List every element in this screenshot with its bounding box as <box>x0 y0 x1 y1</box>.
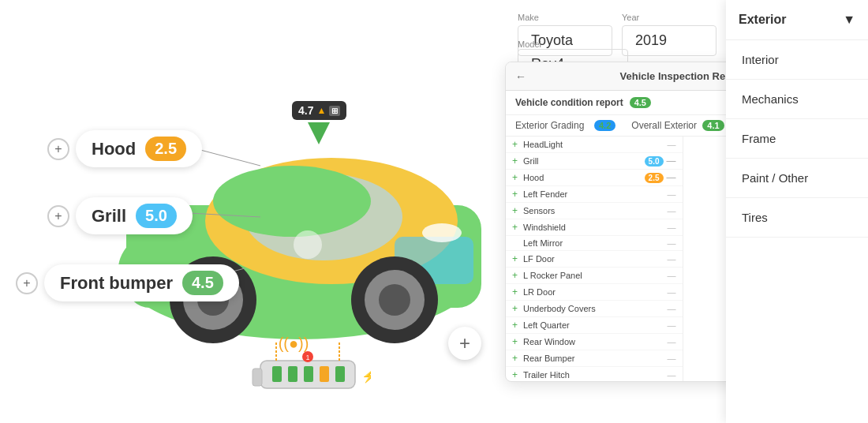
repair-icon: ⊞ <box>329 106 340 116</box>
svg-rect-22 <box>320 366 329 382</box>
warning-icon: ▲ <box>316 105 326 116</box>
left-parts-col: + HeadLight — + Grill 5.0 — + Hood 2.5 — <box>506 137 683 381</box>
bumper-score: 4.5 <box>182 271 223 295</box>
part-row: + Trailer Hitch — <box>506 367 683 381</box>
model-label: Model <box>518 39 628 49</box>
svg-point-16 <box>422 223 462 242</box>
grill-score: 5.0 <box>136 204 177 228</box>
part-row: + Rear Window — <box>506 334 683 350</box>
dropdown-panel: Exterior ▼ Interior Mechanics Frame Pain… <box>726 0 868 423</box>
grill-label-text: Grill 5.0 <box>76 197 193 234</box>
part-row: + Windshield — <box>506 219 683 236</box>
part-row: Left Mirror — <box>506 236 683 251</box>
svg-rect-20 <box>288 366 297 382</box>
hood-plus-btn[interactable]: + <box>47 138 69 160</box>
part-row: + LF Door — <box>506 251 683 268</box>
svg-point-7 <box>213 166 371 237</box>
part-row: + L Rocker Panel — <box>506 268 683 284</box>
overall-score: 4.1 <box>702 120 724 131</box>
grill-name: Grill <box>92 206 126 226</box>
year-field: Year 2019 <box>622 13 716 56</box>
svg-text:⚡: ⚡ <box>361 369 371 384</box>
chevron-down-icon[interactable]: ▼ <box>843 13 855 27</box>
part-row: + Underbody Covers — <box>506 301 683 317</box>
make-label: Make <box>518 13 612 22</box>
bumper-label-text: Front bumper 4.5 <box>44 264 239 301</box>
dropdown-item-interior[interactable]: Interior <box>726 40 868 80</box>
grill-label: + Grill 5.0 <box>47 197 193 234</box>
gps-arrow <box>308 122 330 144</box>
hood-label-text: Hood 2.5 <box>76 130 202 167</box>
svg-rect-23 <box>335 366 345 382</box>
condition-score: 4.5 <box>630 97 651 108</box>
grill-plus-btn[interactable]: + <box>47 205 69 227</box>
dropdown-item-paint[interactable]: Paint / Other <box>726 159 868 198</box>
grading-score: 4.2 <box>594 120 615 131</box>
svg-point-15 <box>294 230 322 259</box>
dropdown-item-tires[interactable]: Tires <box>726 198 868 238</box>
grading-label: Exterior Grading <box>515 120 594 131</box>
part-row: + Sensors — <box>506 203 683 219</box>
bumper-name: Front bumper <box>60 273 173 294</box>
part-row: + Hood 2.5 — <box>506 170 683 186</box>
hood-name: Hood <box>92 139 136 159</box>
part-row: + Rear Bumper — <box>506 350 683 367</box>
condition-label: Vehicle condition report <box>515 97 623 108</box>
hood-score: 2.5 <box>145 137 186 161</box>
car-area: 4.7 ▲ ⊞ <box>0 0 521 423</box>
part-row: + Grill 5.0 — <box>506 153 683 170</box>
bumper-label: + Front bumper 4.5 <box>16 264 239 301</box>
part-row: + Left Quarter — <box>506 317 683 334</box>
dropdown-header: Exterior ▼ <box>726 13 868 40</box>
add-button[interactable]: + <box>448 327 481 360</box>
year-value[interactable]: 2019 <box>622 25 716 56</box>
overall-label: Overall Exterior <box>631 120 702 131</box>
year-label: Year <box>622 13 716 22</box>
svg-text:1: 1 <box>305 354 309 361</box>
svg-rect-24 <box>253 369 262 386</box>
rating-badge: 4.7 ▲ ⊞ <box>292 101 346 120</box>
part-row: + HeadLight — <box>506 137 683 153</box>
dropdown-item-frame[interactable]: Frame <box>726 119 868 159</box>
svg-rect-21 <box>304 366 313 382</box>
bumper-plus-btn[interactable]: + <box>16 272 38 294</box>
obd-device: ((●)) ⚡ 1 <box>245 333 371 407</box>
svg-rect-19 <box>272 366 282 382</box>
part-row: + Left Fender — <box>506 186 683 203</box>
dropdown-item-mechanics[interactable]: Mechanics <box>726 80 868 119</box>
dropdown-selected[interactable]: Exterior <box>739 13 786 27</box>
part-row: + LR Door — <box>506 284 683 301</box>
hood-label: + Hood 2.5 <box>47 130 202 167</box>
svg-point-14 <box>379 284 410 316</box>
rating-value: 4.7 <box>298 104 313 117</box>
svg-text:((●)): ((●)) <box>279 335 309 352</box>
